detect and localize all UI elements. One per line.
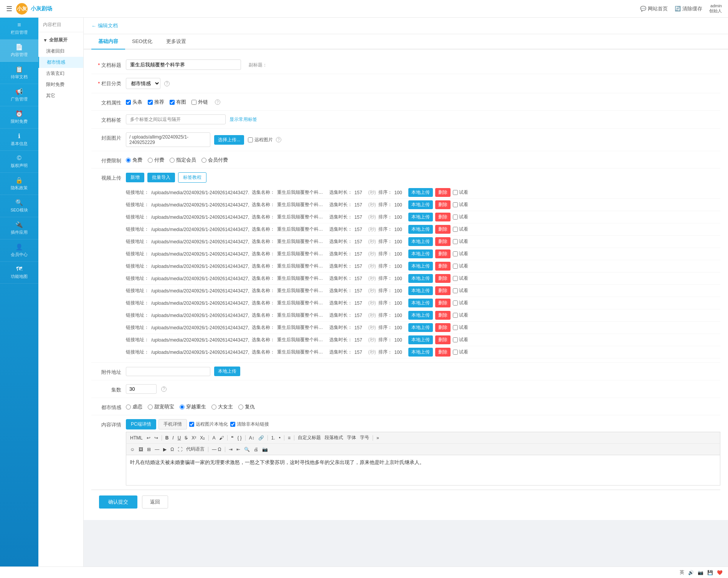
attr-image-checkbox[interactable] (170, 100, 175, 105)
trial-checkbox[interactable] (453, 276, 458, 281)
delete-video-button[interactable]: 删除 (435, 274, 451, 283)
local-upload-button[interactable]: 本地上传 (408, 348, 433, 357)
toolbar-ul[interactable]: • (277, 434, 282, 441)
local-upload-button[interactable]: 本地上传 (408, 237, 433, 246)
cover-upload-button[interactable]: 选择上传... (214, 135, 244, 145)
local-upload-button[interactable]: 本地上传 (408, 262, 433, 271)
tb-fullscreen[interactable]: ⛶ (176, 446, 184, 453)
trial-checkbox[interactable] (453, 215, 458, 220)
back-form-button[interactable]: 返回 (142, 495, 168, 509)
pay-member[interactable]: 会员付费 (201, 157, 228, 163)
toolbar-font-size[interactable]: A↕ (248, 434, 256, 441)
toolbar-ol[interactable]: 1. (270, 434, 277, 441)
trial-checkbox[interactable] (453, 251, 458, 256)
title-input[interactable] (126, 59, 241, 70)
trial-checkbox[interactable] (453, 313, 458, 318)
tb-outdent[interactable]: ⇤ (235, 446, 242, 453)
editor-body[interactable]: 叶凡在结婚这天被未婚妻骗请一家的无理要求激怒，一怒之下求娶苏玥，这时寻找他多年的… (126, 455, 720, 486)
toolbar-font-family[interactable]: 字体 (345, 434, 358, 442)
local-upload-button[interactable]: 本地上传 (408, 274, 433, 283)
tab-basic-content[interactable]: 基础内容 (91, 34, 125, 50)
toolbar-quote[interactable]: ❝ (229, 434, 235, 441)
trial-checkbox-label[interactable]: 试看 (453, 300, 468, 306)
toolbar-strikethrough[interactable]: S̶ (183, 434, 189, 441)
pay-member-radio[interactable] (201, 158, 206, 163)
sec-item-anchor[interactable]: 演者回归 (38, 46, 83, 57)
tab-pc-detail[interactable]: PC端详情 (126, 419, 156, 429)
trial-checkbox-label[interactable]: 试看 (453, 275, 468, 282)
toolbar-custom-style[interactable]: 自定义标题 (296, 434, 322, 442)
attr-has-image[interactable]: 有图 (170, 99, 186, 106)
local-upload-button[interactable]: 本地上传 (408, 188, 433, 197)
trial-checkbox[interactable] (453, 190, 458, 195)
delete-video-button[interactable]: 删除 (435, 188, 451, 197)
attachment-upload-button[interactable]: 本地上传 (214, 367, 240, 376)
trial-checkbox[interactable] (453, 337, 458, 342)
toolbar-redo[interactable]: ↪ (153, 434, 160, 441)
trial-checkbox[interactable] (453, 227, 458, 232)
sidebar-item-privacy[interactable]: 🔒 隐私政策 (0, 173, 38, 195)
status-lang[interactable]: 英 (680, 569, 684, 576)
status-camera-icon[interactable]: 📷 (698, 570, 703, 575)
local-upload-button[interactable]: 本地上传 (408, 299, 433, 307)
local-upload-button[interactable]: 本地上传 (408, 323, 433, 332)
city-reborn[interactable]: 穿越重生 (180, 403, 206, 410)
trial-checkbox-label[interactable]: 试看 (453, 312, 468, 319)
attr-help-icon[interactable]: ? (215, 99, 220, 105)
tab-mobile-detail[interactable]: 手机详情 (158, 419, 187, 429)
sec-item-timelimited[interactable]: 限时免费 (38, 79, 83, 90)
toolbar-color[interactable]: A (211, 434, 217, 441)
trial-checkbox-label[interactable]: 试看 (453, 337, 468, 343)
attr-external[interactable]: 外链 (191, 99, 208, 106)
trial-checkbox[interactable] (453, 288, 458, 293)
sidebar-item-content[interactable]: 📄 内容管理 (0, 40, 38, 62)
status-heart-icon[interactable]: ❤️ (717, 570, 723, 575)
tab-more-settings[interactable]: 更多设置 (159, 34, 193, 50)
sidebar-item-plugin[interactable]: 🔌 插件应用 (0, 217, 38, 239)
trial-checkbox-label[interactable]: 试看 (453, 189, 468, 196)
sidebar-item-basic[interactable]: ℹ 基本信息 (0, 129, 38, 151)
episodes-input[interactable] (126, 384, 157, 394)
toolbar-italic[interactable]: I (171, 434, 175, 441)
show-common-tags-link[interactable]: 显示常用标签 (229, 116, 257, 123)
episodes-help-icon[interactable]: ? (161, 386, 167, 392)
delete-video-button[interactable]: 删除 (435, 299, 451, 307)
toolbar-html[interactable]: HTML (129, 434, 144, 441)
trial-checkbox[interactable] (453, 301, 458, 306)
toolbar-bold[interactable]: B (164, 434, 170, 441)
trial-checkbox-label[interactable]: 试看 (453, 263, 468, 269)
trial-checkbox-label[interactable]: 试看 (453, 287, 468, 294)
delete-video-button[interactable]: 删除 (435, 323, 451, 332)
trial-checkbox-label[interactable]: 试看 (453, 226, 468, 233)
attachment-input[interactable] (126, 367, 210, 376)
tab-seo[interactable]: SEO优化 (125, 34, 159, 50)
trial-checkbox[interactable] (453, 239, 458, 244)
menu-toggle-icon[interactable]: ☰ (6, 5, 12, 13)
pay-paid[interactable]: 付费 (148, 157, 164, 163)
sec-item-ancient[interactable]: 古装玄幻 (38, 68, 83, 79)
trial-checkbox[interactable] (453, 202, 458, 207)
city-revenge-radio[interactable] (238, 405, 243, 410)
pay-free-radio[interactable] (126, 158, 131, 163)
toolbar-code[interactable]: { } (236, 434, 243, 441)
toolbar-undo[interactable]: ↩ (145, 434, 152, 441)
local-upload-button[interactable]: 本地上传 (408, 200, 433, 209)
tb-print[interactable]: 🖨 (252, 446, 260, 453)
tb-smiley[interactable]: ☺ (129, 446, 136, 453)
trial-checkbox-label[interactable]: 试看 (453, 201, 468, 208)
toolbar-bg-color[interactable]: 🖌 (218, 434, 225, 441)
tb-code-view[interactable]: 代码语言 (185, 445, 206, 453)
tb-media[interactable]: 📷 (261, 446, 269, 453)
confirm-submit-button[interactable]: 确认提交 (99, 495, 137, 509)
clear-external-link-checkbox[interactable] (230, 422, 235, 427)
attr-toutiao[interactable]: 头条 (126, 99, 142, 106)
local-upload-button[interactable]: 本地上传 (408, 286, 433, 295)
back-button[interactable]: ← 编辑文档 (91, 22, 118, 29)
trial-checkbox-label[interactable]: 试看 (453, 324, 468, 331)
trial-checkbox[interactable] (453, 325, 458, 330)
local-upload-button[interactable]: 本地上传 (408, 311, 433, 320)
sidebar-item-free[interactable]: ⏰ 限时免费 (0, 106, 38, 129)
delete-video-button[interactable]: 删除 (435, 311, 451, 320)
tb-wordcount[interactable]: — Ω (210, 446, 223, 453)
sec-item-other[interactable]: 其它 (38, 90, 83, 101)
